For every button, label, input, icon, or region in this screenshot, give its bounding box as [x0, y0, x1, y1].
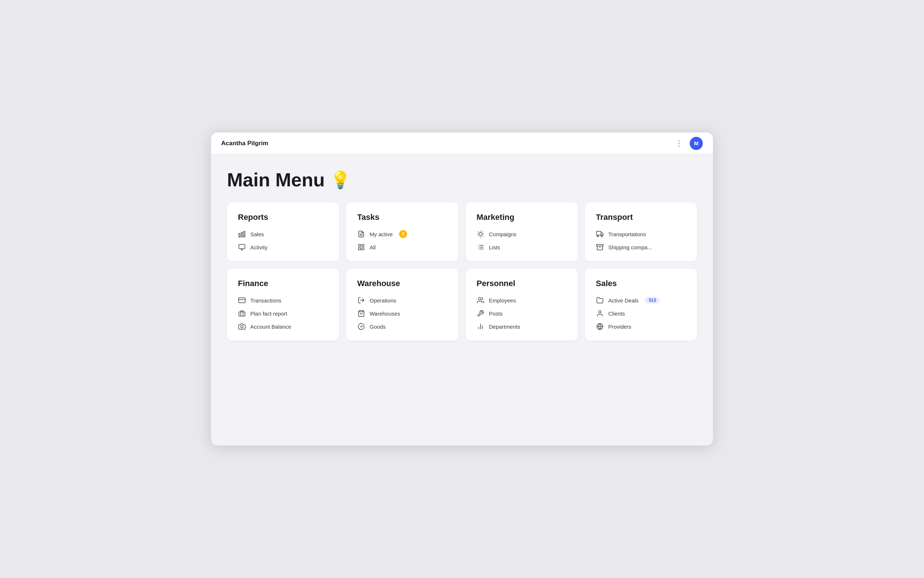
svg-point-12 [479, 232, 482, 235]
monitor-icon [238, 243, 246, 251]
card-warehouse[interactable]: WarehouseOperationsWarehousesGoods [346, 269, 458, 341]
app-window: Acantha Pilgrim ⋮ M Main Menu 💡 ReportsS… [211, 133, 713, 445]
card-title-tasks: Tasks [357, 213, 447, 222]
log-out-icon [357, 296, 365, 304]
card-item-activity[interactable]: Activity [238, 243, 328, 251]
briefcase-icon [238, 309, 246, 317]
main-content: Main Menu 💡 ReportsSalesActivityTasksMy … [211, 154, 713, 355]
svg-rect-8 [359, 245, 361, 247]
sun-icon [477, 230, 485, 238]
card-item-my-active[interactable]: My active5 [357, 230, 447, 238]
card-item-providers[interactable]: Providers [596, 323, 686, 331]
card-items-personnel: EmployeesPostsDepartments [477, 296, 567, 331]
card-title-reports: Reports [238, 213, 328, 222]
card-item-clients[interactable]: Clients [596, 309, 686, 317]
app-title: Acantha Pilgrim [221, 140, 268, 147]
badge-my-active: 5 [399, 230, 407, 238]
card-item-shipping[interactable]: Shipping compa... [596, 243, 686, 251]
grid-icon [357, 243, 365, 251]
card-tasks[interactable]: TasksMy active5All [346, 202, 458, 261]
svg-rect-10 [359, 248, 361, 250]
card-item-transportations[interactable]: Transportations [596, 230, 686, 238]
camera-icon [238, 323, 246, 331]
more-options-icon[interactable]: ⋮ [675, 139, 683, 148]
svg-rect-35 [239, 312, 245, 316]
item-label-lists: Lists [489, 244, 500, 250]
bar-chart-icon [238, 230, 246, 238]
card-item-sales[interactable]: Sales [238, 230, 328, 238]
card-items-finance: TransactionsPlan fact reportAccount Bala… [238, 296, 328, 331]
item-label-posts: Posts [489, 310, 503, 317]
card-item-plan-fact[interactable]: Plan fact report [238, 309, 328, 317]
card-items-tasks: My active5All [357, 230, 447, 251]
cards-grid: ReportsSalesActivityTasksMy active5AllMa… [227, 202, 697, 341]
svg-rect-27 [597, 232, 601, 235]
file-text-icon [357, 230, 365, 238]
item-label-goods: Goods [370, 323, 386, 330]
svg-rect-0 [239, 233, 240, 237]
card-title-finance: Finance [238, 279, 328, 288]
card-item-account-balance[interactable]: Account Balance [238, 323, 328, 331]
card-sales[interactable]: SalesActive Deals513ClientsProviders [585, 269, 697, 341]
item-label-account-balance: Account Balance [250, 323, 291, 330]
svg-point-39 [478, 298, 481, 300]
card-item-lists[interactable]: Lists [477, 243, 567, 251]
item-label-all: All [370, 244, 376, 250]
check-circle-icon [357, 323, 365, 331]
card-item-goods[interactable]: Goods [357, 323, 447, 331]
card-title-warehouse: Warehouse [357, 279, 447, 288]
page-title-emoji: 💡 [330, 170, 351, 190]
item-label-sales: Sales [250, 231, 264, 237]
avatar[interactable]: M [690, 137, 703, 150]
card-item-campaigns[interactable]: Compaigns [477, 230, 567, 238]
card-item-active-deals[interactable]: Active Deals513 [596, 296, 686, 304]
header: Acantha Pilgrim ⋮ M [211, 133, 713, 154]
card-reports[interactable]: ReportsSalesActivity [227, 202, 339, 261]
user-icon [596, 309, 604, 317]
svg-point-30 [601, 235, 602, 237]
globe-icon [596, 323, 604, 331]
card-item-transactions[interactable]: Transactions [238, 296, 328, 304]
item-label-warehouses: Warehouses [370, 310, 400, 317]
tool-icon [477, 309, 485, 317]
item-label-departments: Departments [489, 323, 520, 330]
card-transport[interactable]: TransportTransportationsShipping compa..… [585, 202, 697, 261]
box-icon [596, 243, 604, 251]
item-label-activity: Activity [250, 244, 268, 250]
svg-rect-1 [241, 232, 242, 237]
item-label-campaigns: Compaigns [489, 231, 516, 237]
card-items-transport: TransportationsShipping compa... [596, 230, 686, 251]
item-label-transportations: Transportations [608, 231, 646, 237]
item-label-providers: Providers [608, 323, 631, 330]
svg-line-16 [482, 236, 483, 236]
item-label-transactions: Transactions [250, 297, 281, 304]
item-label-employees: Employees [489, 297, 516, 304]
card-title-transport: Transport [596, 213, 686, 222]
svg-rect-2 [244, 232, 245, 237]
svg-rect-3 [239, 245, 245, 249]
card-personnel[interactable]: PersonnelEmployeesPostsDepartments [466, 269, 578, 341]
card-item-departments[interactable]: Departments [477, 323, 567, 331]
card-marketing[interactable]: MarketingCompaignsLists [466, 202, 578, 261]
card-title-sales: Sales [596, 279, 686, 288]
truck-icon [596, 230, 604, 238]
card-items-reports: SalesActivity [238, 230, 328, 251]
bar-chart-2-icon [477, 323, 485, 331]
card-items-warehouse: OperationsWarehousesGoods [357, 296, 447, 331]
svg-rect-11 [362, 248, 364, 250]
users-icon [477, 296, 485, 304]
card-item-all[interactable]: All [357, 243, 447, 251]
folder-icon [596, 296, 604, 304]
card-item-warehouses[interactable]: Warehouses [357, 309, 447, 317]
svg-line-19 [478, 236, 479, 236]
card-finance[interactable]: FinanceTransactionsPlan fact reportAccou… [227, 269, 339, 341]
svg-point-29 [597, 235, 599, 237]
card-title-personnel: Personnel [477, 279, 567, 288]
card-item-posts[interactable]: Posts [477, 309, 567, 317]
item-label-active-deals: Active Deals [608, 297, 638, 304]
card-title-marketing: Marketing [477, 213, 567, 222]
page-title: Main Menu 💡 [227, 169, 697, 191]
card-item-operations[interactable]: Operations [357, 296, 447, 304]
badge-active-deals: 513 [645, 297, 660, 304]
card-item-employees[interactable]: Employees [477, 296, 567, 304]
